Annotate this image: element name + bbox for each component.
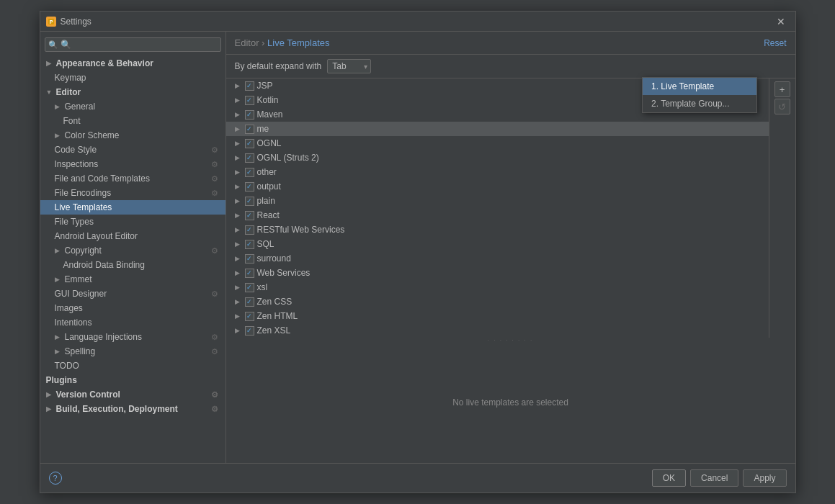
sidebar-item-label: Plugins [46, 375, 77, 385]
template-row[interactable]: ▶ Zen HTML [226, 309, 769, 323]
sidebar-item-images[interactable]: Images [40, 301, 226, 315]
checkbox-zen-css[interactable] [245, 297, 254, 307]
sidebar-item-file-encodings[interactable]: File Encodings ⚙ [40, 186, 226, 200]
template-name: xsl [257, 282, 268, 292]
sidebar-item-build[interactable]: ▶ Build, Execution, Deployment ⚙ [40, 402, 226, 416]
panel-toolbar: By default expand with Tab Enter Space [226, 55, 795, 78]
template-row[interactable]: ▶ Zen XSL [226, 323, 769, 338]
expand-select-wrapper[interactable]: Tab Enter Space [327, 59, 371, 73]
checkbox-maven[interactable] [245, 110, 254, 120]
template-row[interactable]: ▶ Web Services [226, 266, 769, 280]
sidebar-item-todo[interactable]: TODO [40, 359, 226, 373]
ok-button[interactable]: OK [652, 469, 686, 487]
sidebar: 🔍 ▶ Appearance & Behavior Keymap ▼ Edito… [40, 32, 226, 463]
sidebar-item-emmet[interactable]: ▶ Emmet [40, 272, 226, 287]
template-row[interactable]: ▶ surround [226, 251, 769, 266]
sidebar-item-file-code-templates[interactable]: File and Code Templates ⚙ [40, 171, 226, 186]
sidebar-item-code-style[interactable]: Code Style ⚙ [40, 143, 226, 157]
close-button[interactable]: ✕ [772, 14, 790, 29]
chevron-icon: ▶ [55, 333, 62, 341]
dropdown-item-template-group[interactable]: 2. Template Group... [643, 95, 756, 112]
title-bar: P Settings ✕ [40, 12, 795, 32]
checkbox-output[interactable] [245, 182, 254, 192]
gear-icon: ⚙ [211, 160, 220, 168]
chevron-icon: ▶ [46, 405, 53, 413]
sidebar-item-android-layout[interactable]: Android Layout Editor [40, 229, 226, 243]
expand-select[interactable]: Tab Enter Space [327, 59, 371, 73]
sidebar-item-font[interactable]: Font [40, 114, 226, 128]
help-button[interactable]: ? [49, 472, 62, 485]
checkbox-zen-xsl[interactable] [245, 326, 254, 336]
checkbox-web-services[interactable] [245, 269, 254, 278]
add-button[interactable]: + [774, 81, 790, 97]
chevron-icon: ▶ [235, 82, 242, 89]
sidebar-item-intentions[interactable]: Intentions [40, 315, 226, 330]
sidebar-item-editor[interactable]: ▼ Editor [40, 85, 226, 99]
checkbox-kotlin[interactable] [245, 96, 254, 105]
checkbox-plain[interactable] [245, 197, 254, 206]
template-row[interactable]: ▶ me [226, 122, 769, 136]
no-selection-text: No live templates are selected [226, 397, 795, 408]
chevron-icon: ▶ [55, 247, 62, 254]
template-row[interactable]: ▶ xsl [226, 280, 769, 294]
undo-button[interactable]: ↺ [774, 99, 790, 114]
template-row[interactable]: ▶ SQL [226, 237, 769, 251]
search-input[interactable] [61, 40, 218, 50]
sidebar-item-version-control[interactable]: ▶ Version Control ⚙ [40, 387, 226, 402]
chevron-icon: ▶ [235, 255, 242, 262]
sidebar-item-language-injections[interactable]: ▶ Language Injections ⚙ [40, 330, 226, 344]
breadcrumb-sep: › [262, 37, 267, 48]
lower-panel: No live templates are selected [226, 342, 795, 463]
sidebar-item-copyright[interactable]: ▶ Copyright ⚙ [40, 243, 226, 258]
checkbox-sql[interactable] [245, 240, 254, 249]
sidebar-item-gui-designer[interactable]: GUI Designer ⚙ [40, 287, 226, 301]
reset-button[interactable]: Reset [764, 38, 786, 48]
sidebar-item-spelling[interactable]: ▶ Spelling ⚙ [40, 344, 226, 359]
checkbox-react[interactable] [245, 211, 254, 220]
sidebar-item-label: File and Code Templates [55, 174, 151, 184]
sidebar-item-general[interactable]: ▶ General [40, 99, 226, 114]
checkbox-ognl-struts[interactable] [245, 153, 254, 163]
search-box[interactable]: 🔍 [45, 37, 221, 52]
template-row[interactable]: ▶ other [226, 165, 769, 179]
checkbox-jsp[interactable] [245, 81, 254, 91]
template-row[interactable]: ▶ output [226, 179, 769, 194]
footer: ? OK Cancel Apply [40, 463, 795, 492]
template-row[interactable]: ▶ OGNL (Struts 2) [226, 150, 769, 165]
template-row[interactable]: ▶ OGNL [226, 136, 769, 150]
upper-panel: ▶ JSP ▶ Kotlin [226, 78, 795, 338]
template-row[interactable]: ▶ RESTful Web Services [226, 222, 769, 237]
checkbox-xsl[interactable] [245, 283, 254, 292]
template-row[interactable]: ▶ React [226, 208, 769, 222]
template-row[interactable]: ▶ Zen CSS [226, 294, 769, 309]
template-name: Zen HTML [257, 311, 298, 321]
template-row[interactable]: ▶ plain [226, 194, 769, 208]
sidebar-item-color-scheme[interactable]: ▶ Color Scheme [40, 128, 226, 143]
sidebar-item-inspections[interactable]: Inspections ⚙ [40, 157, 226, 171]
checkbox-ognl[interactable] [245, 139, 254, 148]
checkbox-zen-html[interactable] [245, 312, 254, 321]
sidebar-item-label: Code Style [55, 145, 97, 155]
checkbox-other[interactable] [245, 168, 254, 177]
svg-text:P: P [49, 19, 53, 24]
dropdown-item-live-template[interactable]: 1. Live Template [643, 78, 756, 95]
checkbox-surround[interactable] [245, 254, 254, 264]
chevron-icon: ▼ [46, 89, 53, 96]
sidebar-item-label: Spelling [65, 346, 96, 356]
sidebar-item-live-templates[interactable]: Live Templates [40, 200, 226, 215]
template-name: Kotlin [257, 95, 279, 105]
cancel-button[interactable]: Cancel [690, 469, 738, 487]
apply-button[interactable]: Apply [743, 469, 786, 487]
sidebar-item-label: Emmet [65, 274, 92, 284]
checkbox-restful[interactable] [245, 225, 254, 235]
sidebar-item-label: File Types [55, 217, 94, 227]
template-name: plain [257, 196, 275, 206]
template-name: surround [257, 253, 291, 264]
expand-label: By default expand with [235, 61, 322, 71]
sidebar-item-file-types[interactable]: File Types [40, 215, 226, 229]
sidebar-item-appearance[interactable]: ▶ Appearance & Behavior [40, 56, 226, 71]
sidebar-item-android-binding[interactable]: Android Data Binding [40, 258, 226, 272]
checkbox-me[interactable] [245, 125, 254, 134]
sidebar-item-plugins[interactable]: Plugins [40, 373, 226, 387]
sidebar-item-keymap[interactable]: Keymap [40, 71, 226, 85]
